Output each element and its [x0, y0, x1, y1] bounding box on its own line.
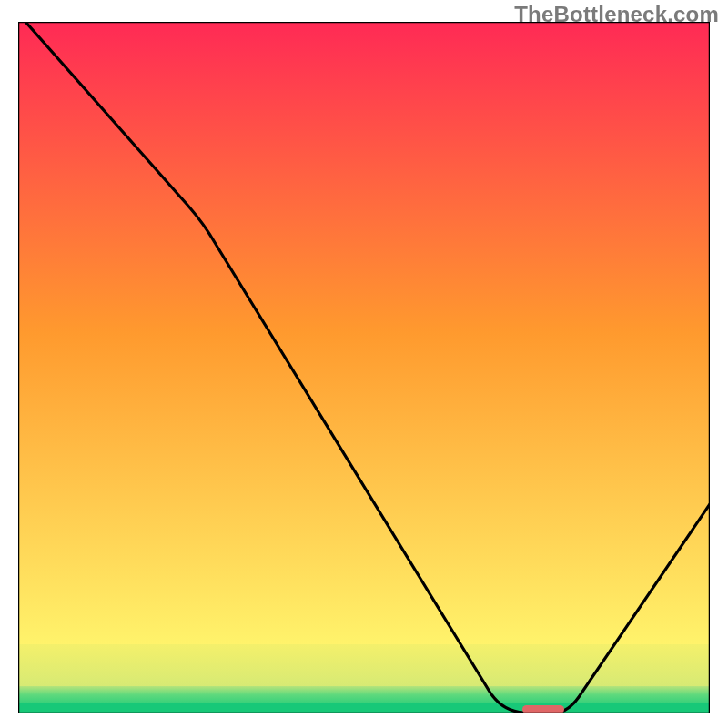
bottleneck-plot	[18, 22, 710, 713]
plot-background-bands	[18, 22, 710, 713]
gradient-band-red-yellow	[18, 22, 710, 644]
solid-band-green	[18, 703, 710, 713]
gradient-band-teal	[18, 686, 710, 703]
chart-container: TheBottleneck.com	[0, 0, 728, 728]
optimal-marker	[522, 705, 564, 713]
gradient-band-yellow	[18, 644, 710, 686]
